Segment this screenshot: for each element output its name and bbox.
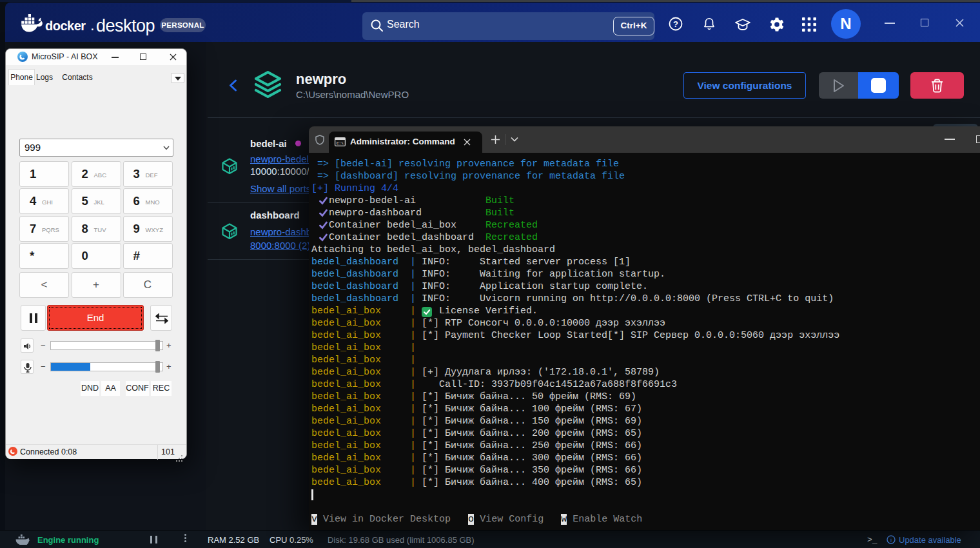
svg-text:i: i: [890, 537, 892, 543]
svg-text:C:\: C:\: [337, 141, 344, 146]
svg-text:?: ?: [673, 19, 678, 29]
